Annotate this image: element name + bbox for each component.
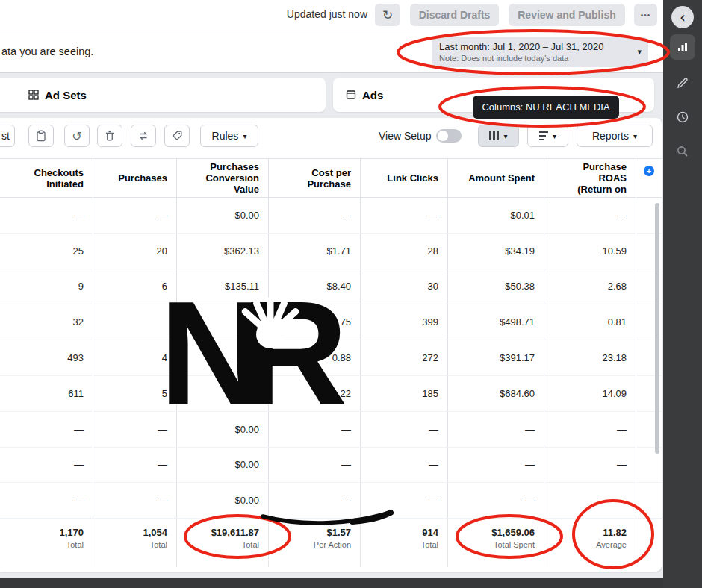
table-row[interactable]: 96$135.11$8.4030$50.382.68 [0, 269, 662, 305]
table-cell: 28 [361, 234, 448, 269]
table-cell: 20 [93, 234, 177, 269]
table-cell: 9 [0, 269, 93, 304]
table-cell: 6. [177, 376, 269, 411]
total-value: $1,659.06 [491, 527, 535, 538]
columns-tooltip: Columns: NU REACH MEDIA [473, 96, 619, 119]
total-value: 1,170 [59, 527, 84, 538]
edit-button[interactable] [670, 70, 695, 96]
table-cell: — [361, 483, 448, 518]
table-cell: — [544, 483, 636, 518]
view-setup-toggle[interactable] [436, 129, 462, 143]
clock-icon [676, 110, 689, 124]
columns-dropdown[interactable]: ▾ [478, 125, 519, 147]
ab-test-button[interactable] [131, 125, 156, 147]
table-cell: — [0, 448, 93, 483]
chevron-left-icon: ‹ [680, 7, 686, 28]
rules-dropdown[interactable]: Rules ▾ [200, 125, 258, 147]
total-cell-spacer [636, 519, 662, 567]
discard-drafts-button[interactable]: Discard Drafts [410, 4, 499, 26]
chevron-down-icon: ▾ [553, 132, 556, 140]
tab-ad-sets[interactable]: Ad Sets [0, 78, 326, 112]
view-setup-label: View Setup [379, 125, 432, 147]
tab-ad-sets-label: Ad Sets [45, 89, 87, 101]
column-header[interactable]: Link Clicks [361, 159, 448, 197]
table-cell: — [0, 412, 93, 447]
breakdown-icon [539, 131, 548, 141]
history-button[interactable] [670, 104, 695, 130]
ad-sets-icon [28, 90, 39, 100]
delete-button[interactable] [97, 125, 122, 147]
collapse-sidebar-button[interactable]: ‹ [671, 6, 694, 28]
table-row[interactable]: 61156.22185$684.6014.09 [0, 376, 662, 412]
review-publish-button[interactable]: Review and Publish [509, 4, 625, 26]
table-row[interactable]: ——$0.00——$0.01— [0, 198, 662, 234]
table-cell: $0.00 [177, 483, 269, 518]
performance-chart-button[interactable] [670, 34, 695, 60]
reports-dropdown[interactable]: Reports ▾ [577, 125, 653, 147]
total-value: 1,054 [143, 527, 167, 538]
table-cell: 611 [0, 376, 93, 411]
top-bar: Updated just now ↻ Discard Drafts Review… [0, 0, 663, 31]
table-cell: 272 [361, 340, 448, 375]
table-body: ——$0.00——$0.01—2520$362.13$1.7128$34.191… [0, 198, 662, 519]
undo-icon: ↺ [72, 129, 81, 143]
tag-button[interactable] [164, 125, 190, 147]
table-row[interactable]: 3201.75399$498.710.81 [0, 304, 662, 340]
table-cell: — [448, 448, 544, 483]
chevron-down-icon: ▾ [637, 47, 642, 57]
total-label: Total Spent [494, 540, 535, 549]
table-cell: — [361, 412, 448, 447]
table-cell: 30 [361, 269, 448, 304]
date-range-note: Note: Does not include today's data [439, 54, 629, 63]
table-cell: 75 [269, 304, 361, 340]
column-header[interactable]: Checkouts Initiated [0, 159, 93, 197]
clipped-button[interactable]: st [0, 125, 15, 147]
refresh-button[interactable]: ↻ [375, 4, 400, 26]
total-label: Per Action [314, 540, 351, 549]
total-value: 914 [422, 527, 438, 538]
table-cell: — [93, 198, 177, 233]
table-cell: 5 [93, 376, 177, 411]
metrics-table: Checkouts InitiatedPurchasesPurchases Co… [0, 158, 662, 567]
add-column-button[interactable]: + [644, 166, 654, 176]
total-cell: 1,054Total [93, 519, 177, 567]
table-cell: 32 [0, 304, 93, 340]
table-cell: 22 [269, 376, 361, 411]
table-cell: 185 [361, 376, 448, 411]
table-cell: $0.01 [448, 198, 544, 233]
vertical-scrollbar[interactable] [655, 203, 659, 454]
column-header[interactable]: Purchases Conversion Value [177, 159, 269, 197]
table-cell [93, 304, 177, 340]
chevron-down-icon: ▾ [633, 132, 637, 140]
more-options-button[interactable]: ••• [634, 4, 657, 26]
table-cell: 23.18 [544, 340, 636, 375]
table-cell: 2.68 [544, 269, 636, 304]
total-cell: $1.57Per Action [269, 519, 361, 567]
column-header[interactable]: Cost per Purchase [269, 159, 361, 197]
date-range-selector[interactable]: Last month: Jul 1, 2020 – Jul 31, 2020 N… [432, 37, 648, 67]
column-header[interactable]: Purchase ROAS (Return on [544, 159, 636, 197]
table-cell: 0.88 [269, 340, 361, 375]
table-row[interactable]: ——$0.00———— [0, 448, 662, 484]
table-row[interactable]: ——$0.00———— [0, 483, 662, 519]
column-header[interactable]: Purchases [93, 159, 177, 197]
ads-manager-app: Updated just now ↻ Discard Drafts Review… [0, 0, 702, 588]
table-row[interactable]: 2520$362.13$1.7128$34.1910.59 [0, 234, 662, 269]
table-row[interactable]: ——$0.00———— [0, 412, 662, 448]
table-cell: 399 [361, 304, 448, 340]
total-cell: $1,659.06Total Spent [448, 519, 544, 567]
breakdown-dropdown[interactable]: ▾ [527, 125, 568, 147]
table-cell: — [269, 448, 361, 483]
zoom-button[interactable] [670, 139, 695, 164]
table-cell: $34.19 [448, 234, 544, 269]
reports-label: Reports [592, 130, 629, 142]
ads-icon [346, 90, 356, 100]
total-value: 11.82 [603, 527, 627, 538]
duplicate-button[interactable] [28, 125, 54, 147]
table-cell: $391.17 [448, 340, 544, 375]
column-header[interactable]: Amount Spent [448, 159, 544, 197]
table-cell: — [448, 483, 544, 518]
total-cell: 1,170Total [0, 519, 93, 567]
table-row[interactable]: 49346.720.88272$391.1723.18 [0, 340, 662, 376]
undo-button[interactable]: ↺ [64, 125, 90, 147]
